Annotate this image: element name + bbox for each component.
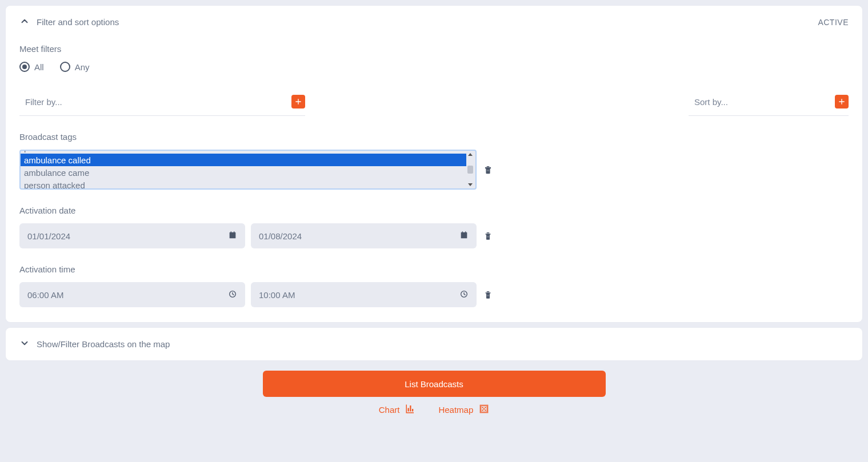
filter-panel: Filter and sort options ACTIVE Meet filt…: [6, 6, 862, 322]
sort-by-placeholder: Sort by...: [694, 97, 728, 107]
panel-title: Filter and sort options: [37, 17, 119, 27]
calendar-icon: [459, 231, 469, 242]
list-broadcasts-button[interactable]: List Broadcasts: [263, 371, 606, 397]
clear-tags-button[interactable]: [482, 163, 494, 176]
activation-date-to[interactable]: 01/08/2024: [251, 223, 477, 248]
activation-time-from[interactable]: 06:00 AM: [19, 282, 245, 307]
activation-time-to-value: 10:00 AM: [259, 290, 295, 300]
meet-filters-section: Meet filters All Any: [19, 44, 849, 72]
svg-point-8: [485, 409, 486, 411]
radio-any[interactable]: Any: [60, 62, 90, 72]
add-filter-button[interactable]: [291, 95, 305, 109]
status-badge: ACTIVE: [818, 18, 849, 27]
clock-icon: [459, 290, 469, 300]
activation-date-from[interactable]: 01/01/2024: [19, 223, 245, 248]
map-panel: Show/Filter Broadcasts on the map: [6, 328, 862, 360]
clear-date-button[interactable]: [482, 230, 494, 242]
broadcast-tags-label: Broadcast tags: [19, 132, 494, 142]
svg-point-6: [485, 407, 486, 408]
svg-point-7: [482, 409, 483, 411]
filter-by-field[interactable]: Filter by...: [19, 91, 305, 116]
activation-date-to-value: 01/08/2024: [259, 231, 302, 241]
calendar-icon: [228, 231, 237, 242]
tag-option-selected[interactable]: ambulance called: [21, 154, 466, 166]
chevron-up-icon[interactable]: [19, 16, 30, 28]
chart-link-label: Chart: [379, 405, 400, 415]
clock-icon: [228, 290, 237, 300]
broadcast-tags-select[interactable]: person unconscious ambulance called ambu…: [19, 150, 477, 190]
chart-link[interactable]: Chart: [379, 404, 416, 416]
activation-date-section: Activation date 01/01/2024 01/08/2024: [19, 206, 849, 248]
chevron-down-icon: [19, 338, 30, 350]
activation-time-from-value: 06:00 AM: [27, 290, 63, 300]
heatmap-link-label: Heatmap: [438, 405, 473, 415]
radio-all-label: All: [34, 62, 44, 72]
heatmap-link[interactable]: Heatmap: [438, 404, 489, 416]
activation-time-to[interactable]: 10:00 AM: [251, 282, 477, 307]
clear-time-button[interactable]: [482, 288, 494, 301]
activation-date-label: Activation date: [19, 206, 849, 215]
tags-scrollbar[interactable]: [466, 152, 474, 187]
chart-icon: [405, 404, 415, 416]
broadcast-tags-section: Broadcast tags person unconscious ambula…: [19, 132, 494, 190]
svg-point-9: [483, 408, 485, 409]
map-panel-title: Show/Filter Broadcasts on the map: [37, 339, 170, 349]
meet-filters-label: Meet filters: [19, 44, 849, 54]
radio-any-label: Any: [75, 62, 90, 72]
tag-option[interactable]: person unconscious: [21, 150, 466, 154]
filter-panel-header: Filter and sort options ACTIVE: [19, 16, 849, 28]
filter-by-placeholder: Filter by...: [25, 97, 62, 107]
activation-time-section: Activation time 06:00 AM 10:00 AM: [19, 264, 849, 307]
tag-option[interactable]: ambulance came: [21, 166, 466, 179]
heatmap-icon: [479, 404, 489, 416]
svg-point-5: [482, 407, 483, 408]
tag-option[interactable]: person attacked: [21, 179, 466, 190]
activation-date-from-value: 01/01/2024: [27, 231, 70, 241]
activation-time-label: Activation time: [19, 264, 849, 274]
footer: List Broadcasts Chart Heatmap: [6, 371, 862, 421]
sort-by-field[interactable]: Sort by...: [689, 91, 849, 116]
radio-all[interactable]: All: [19, 62, 44, 72]
add-sort-button[interactable]: [835, 95, 849, 109]
map-panel-header[interactable]: Show/Filter Broadcasts on the map: [19, 338, 849, 350]
